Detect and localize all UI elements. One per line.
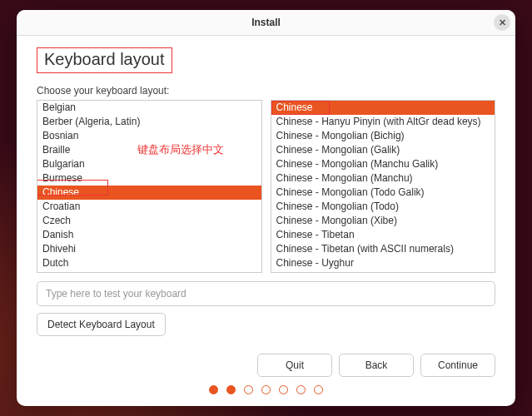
layout-item[interactable]: Dzongkha: [37, 270, 261, 272]
close-icon: ✕: [499, 17, 506, 28]
variant-item[interactable]: Chinese - Mongolian (Manchu): [271, 171, 495, 186]
variant-item[interactable]: Chinese - Mongolian (Xibe): [271, 214, 495, 228]
continue-button[interactable]: Continue: [420, 354, 495, 377]
progress-dot: [209, 385, 218, 394]
detect-layout-button[interactable]: Detect Keyboard Layout: [37, 313, 166, 336]
variant-item[interactable]: Chinese - Uyghur: [271, 256, 495, 270]
layout-item[interactable]: Bosnian: [37, 129, 261, 143]
window-title: Install: [251, 17, 281, 28]
variant-item[interactable]: Chinese - Mongolian (Galik): [271, 143, 495, 157]
layout-list-left[interactable]: BelgianBerber (Algeria, Latin)BosnianBra…: [37, 100, 262, 273]
layout-item[interactable]: Croatian: [37, 200, 261, 214]
progress-dot: [244, 385, 253, 394]
variant-item[interactable]: Chinese: [271, 101, 495, 115]
variant-item[interactable]: Chinese - Mongolian (Todo): [271, 200, 495, 214]
layout-item[interactable]: Dhivehi: [37, 242, 261, 256]
variant-item[interactable]: Chinese - Tibetan: [271, 228, 495, 242]
page-heading: Keyboard layout: [37, 47, 495, 73]
progress-dot: [314, 385, 323, 394]
variant-item[interactable]: Chinese - Tibetan (with ASCII numerals): [271, 242, 495, 256]
progress-dot: [279, 385, 288, 394]
test-keyboard-input[interactable]: [37, 281, 495, 306]
install-dialog: Install ✕ Keyboard layout Choose your ke…: [17, 10, 515, 406]
quit-button[interactable]: Quit: [257, 354, 332, 377]
layout-item[interactable]: Belgian: [37, 101, 261, 115]
variant-item[interactable]: Chinese - Hanyu Pinyin (with AltGr dead …: [271, 115, 495, 129]
back-button[interactable]: Back: [339, 354, 414, 377]
variant-item[interactable]: Chinese - Mongolian (Manchu Galik): [271, 157, 495, 171]
layout-item[interactable]: Braille: [37, 143, 261, 157]
close-button[interactable]: ✕: [494, 14, 510, 31]
variant-item[interactable]: Chinese - Mongolian (Bichig): [271, 129, 495, 143]
progress-dot: [296, 385, 306, 394]
test-keyboard-row: [37, 281, 495, 306]
variant-item[interactable]: Chinese - Mongolian (Todo Galik): [271, 186, 495, 200]
layout-item[interactable]: Bulgarian: [37, 157, 261, 171]
progress-dot: [226, 385, 236, 394]
footer-buttons: Quit Back Continue: [37, 344, 495, 377]
layout-item[interactable]: Danish: [37, 228, 261, 242]
layout-lists: BelgianBerber (Algeria, Latin)BosnianBra…: [37, 100, 495, 273]
content-area: Keyboard layout Choose your keyboard lay…: [17, 36, 515, 406]
variant-list-right[interactable]: ChineseChinese - Hanyu Pinyin (with AltG…: [271, 100, 496, 273]
progress-dot: [261, 385, 271, 394]
layout-item[interactable]: Dutch: [37, 256, 261, 270]
detect-row: Detect Keyboard Layout: [37, 313, 495, 336]
layout-item[interactable]: Chinese: [37, 186, 261, 200]
layout-item[interactable]: Czech: [37, 214, 261, 228]
progress-dots: [37, 377, 495, 398]
page-subheading: Choose your keyboard layout:: [37, 85, 495, 97]
titlebar: Install ✕: [17, 10, 515, 36]
layout-item[interactable]: Berber (Algeria, Latin): [37, 115, 261, 129]
layout-item[interactable]: Burmese: [37, 171, 261, 186]
heading-highlight: Keyboard layout: [37, 47, 172, 73]
